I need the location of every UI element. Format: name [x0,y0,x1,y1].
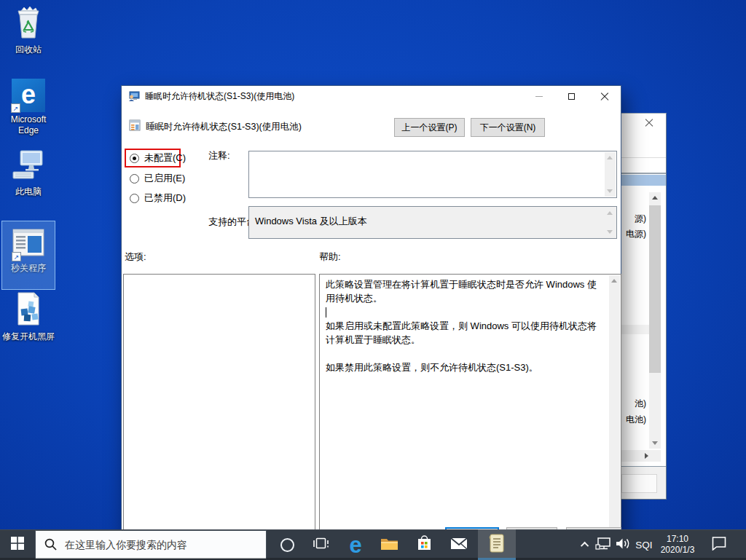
shortcut-arrow-icon: ↗ [11,103,20,113]
policy-icon [129,119,141,133]
desktop-icon-label: 回收站 [0,44,57,55]
mail-button[interactable] [443,529,475,560]
cortana-button[interactable] [271,529,303,560]
status-panel [621,467,666,499]
next-setting-button[interactable]: 下一个设置(N) [471,118,545,137]
edge-icon: e ↗ [12,79,45,112]
gpedit-taskbar-button[interactable] [478,529,516,560]
desktop-icon-gpedit-shortcut[interactable]: ↗ 秒关程序 [0,224,57,274]
close-icon[interactable] [645,119,656,130]
scroll-document-icon [488,533,506,556]
gpedit-shortcut-icon: ↗ [12,229,44,261]
options-panel[interactable] [123,274,315,540]
task-view-button[interactable] [305,529,337,560]
scroll-down-icon[interactable] [607,189,613,193]
tray-time: 17:10 [667,534,688,545]
scroll-down-icon[interactable] [607,230,613,234]
task-view-icon [313,537,329,553]
radio-icon[interactable] [130,194,139,203]
policy-item-fragment[interactable]: 池) [635,398,646,410]
chevron-up-icon [581,542,589,550]
dialog-title-icon [128,90,140,105]
help-panel[interactable]: 此策略设置管理在将计算机置于睡眠状态时是否允许 Windows 使用待机状态。 … [319,274,621,540]
group-policy-editor-window[interactable]: 源) 电源) 池) 电池) [621,113,667,500]
options-label: 选项: [125,251,146,264]
horizontal-scrollbar[interactable] [621,450,661,462]
radio-label: 已禁用(D) [144,192,186,205]
scroll-up-icon[interactable] [607,211,613,215]
policy-item-fragment[interactable]: 源) [635,213,646,225]
desktop-icon-label: 此电脑 [0,186,57,197]
network-tray-button[interactable] [594,529,613,560]
comment-label: 注释: [208,149,230,162]
policy-item-fragment[interactable]: 电池) [626,414,646,426]
taskbar-search[interactable] [35,530,267,559]
tray-expand-button[interactable] [578,529,594,560]
desktop-icon-label: Microsoft Edge [0,114,57,136]
desktop-icon-label: 修复开机黑屏 [0,331,57,342]
dialog-title: 睡眠时允许待机状态(S1-S3)(使用电池) [145,86,294,107]
desktop-icon-this-pc[interactable]: 此电脑 [0,148,57,197]
action-center-button[interactable] [707,529,731,560]
folder-icon [380,537,398,553]
windows-logo-icon [11,537,24,553]
minimize-button[interactable] [522,86,555,107]
desktop: 回收站 e ↗ Microsoft Edge 此电脑 [0,0,746,560]
tray-date: 2020/1/3 [661,545,695,556]
notification-icon [711,536,727,553]
comment-textarea[interactable] [248,151,617,198]
network-icon [595,537,613,553]
close-button[interactable] [588,86,621,107]
desktop-icon-recycle-bin[interactable]: 回收站 [0,6,57,55]
help-label: 帮助: [319,251,341,264]
desktop-icon-edge[interactable]: e ↗ Microsoft Edge [0,76,57,136]
radio-label: 未配置(C) [144,151,186,165]
radio-icon[interactable] [130,174,139,184]
tab-strip-fragment [621,474,657,493]
help-paragraph: 如果启用或未配置此策略设置，则 Windows 可以使用待机状态将计算机置于睡眠… [326,319,605,347]
radio-enabled[interactable]: 已启用(E) [130,173,185,184]
supported-platform-value: Windows Vista 及以上版本 [249,207,616,228]
scroll-up-icon[interactable] [611,279,617,283]
selected-row-highlight [621,175,666,186]
edge-icon: e [349,534,361,556]
textarea-scrollbar[interactable] [605,208,616,237]
scroll-up-icon[interactable] [652,196,658,200]
help-paragraph: 如果禁用此策略设置，则不允许待机状态(S1-S3)。 [326,360,605,374]
radio-icon[interactable] [130,154,139,163]
previous-setting-button[interactable]: 上一个设置(P) [394,118,465,137]
scroll-up-icon[interactable] [607,156,613,159]
help-scrollbar[interactable] [609,275,620,538]
speaker-icon [615,537,631,553]
start-button[interactable] [0,529,35,560]
scroll-right-icon[interactable] [645,453,648,459]
textarea-scrollbar[interactable] [605,152,616,197]
help-text: 此策略设置管理在将计算机置于睡眠状态时是否允许 Windows 使用待机状态。 … [326,277,605,374]
microsoft-store-button[interactable] [408,529,440,560]
divider [621,173,666,174]
text-caret [326,307,326,318]
edge-taskbar-button[interactable]: e [339,529,372,560]
scrollbar-thumb[interactable] [649,205,661,373]
search-input[interactable] [35,530,267,559]
maximize-button[interactable] [555,86,588,107]
radio-not-configured[interactable]: 未配置(C) [130,152,186,164]
dialog-titlebar[interactable]: 睡眠时允许待机状态(S1-S3)(使用电池) [122,86,621,107]
policy-item-fragment[interactable]: 电源) [626,228,646,240]
vertical-scrollbar[interactable] [649,192,661,449]
supported-platform-box[interactable]: Windows Vista 及以上版本 [248,206,617,239]
search-icon [44,537,58,551]
clock[interactable]: 17:10 2020/1/3 [656,529,699,560]
scroll-down-icon[interactable] [652,441,658,445]
this-pc-icon [12,149,45,184]
recycle-bin-icon [14,6,43,42]
volume-tray-button[interactable] [613,529,632,560]
desktop-icon-registry-fix[interactable]: 修复开机黑屏 [0,293,57,342]
cortana-icon [280,538,294,552]
ime-indicator[interactable]: SQI [632,529,656,560]
file-explorer-button[interactable] [373,529,405,560]
row-band [621,325,649,334]
help-paragraph: 此策略设置管理在将计算机置于睡眠状态时是否允许 Windows 使用待机状态。 [326,277,605,305]
radio-disabled[interactable]: 已禁用(D) [130,192,186,204]
taskbar: e [0,529,746,560]
